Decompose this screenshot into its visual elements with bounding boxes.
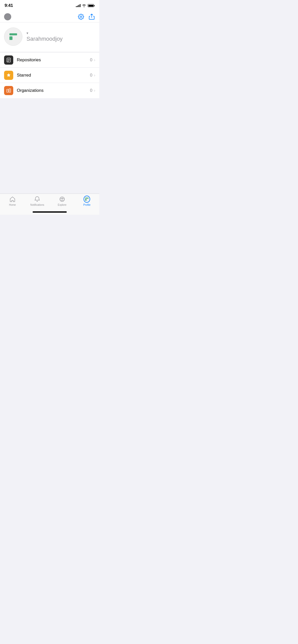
menu-section: Repositories 0 › Starred 0 › bbox=[0, 52, 99, 98]
svg-line-15 bbox=[61, 200, 62, 201]
profile-dropdown-row[interactable]: ▾ bbox=[26, 31, 63, 35]
avatar-logo bbox=[7, 30, 20, 43]
tab-notifications-label: Notifications bbox=[30, 203, 44, 206]
starred-item[interactable]: Starred 0 › bbox=[0, 68, 99, 83]
repositories-chevron: › bbox=[94, 58, 95, 62]
starred-icon bbox=[6, 73, 11, 78]
profile-tab-icon bbox=[84, 196, 90, 202]
tab-profile[interactable]: Profile bbox=[75, 196, 100, 206]
starred-chevron: › bbox=[94, 73, 95, 78]
avatar bbox=[4, 27, 22, 46]
tab-explore-label: Explore bbox=[58, 203, 66, 206]
top-nav bbox=[0, 11, 99, 22]
tab-profile-label: Profile bbox=[83, 203, 90, 206]
explore-icon bbox=[59, 196, 65, 202]
notifications-icon bbox=[34, 196, 40, 202]
svg-rect-1 bbox=[9, 36, 12, 40]
wifi-icon bbox=[82, 4, 86, 7]
organizations-count: 0 bbox=[90, 88, 92, 93]
profile-username: Sarahmoodjoy bbox=[26, 36, 63, 42]
svg-rect-17 bbox=[85, 198, 89, 199]
status-icons bbox=[76, 4, 95, 7]
chevron-down-icon: ▾ bbox=[26, 31, 28, 35]
repositories-label: Repositories bbox=[17, 57, 90, 63]
battery-icon bbox=[88, 4, 95, 7]
settings-button[interactable] bbox=[77, 13, 85, 20]
home-icon bbox=[9, 196, 16, 202]
starred-label: Starred bbox=[17, 73, 90, 78]
tab-notifications[interactable]: Notifications bbox=[25, 196, 50, 206]
home-indicator bbox=[33, 211, 67, 213]
svg-line-16 bbox=[62, 200, 63, 201]
repositories-item[interactable]: Repositories 0 › bbox=[0, 52, 99, 68]
repositories-count: 0 bbox=[90, 57, 92, 63]
profile-info: ▾ Sarahmoodjoy bbox=[26, 31, 63, 42]
organizations-label: Organizations bbox=[17, 88, 90, 93]
repositories-icon bbox=[6, 57, 11, 63]
svg-rect-18 bbox=[85, 199, 87, 201]
back-dot[interactable] bbox=[4, 13, 11, 20]
profile-tab-avatar bbox=[84, 196, 90, 203]
svg-rect-0 bbox=[9, 33, 17, 35]
svg-rect-6 bbox=[7, 89, 8, 92]
nav-right-icons bbox=[77, 13, 95, 20]
repositories-icon-wrap bbox=[4, 55, 13, 65]
tab-home[interactable]: Home bbox=[0, 196, 25, 206]
signal-icon bbox=[76, 4, 80, 7]
starred-count: 0 bbox=[90, 73, 92, 78]
tab-home-label: Home bbox=[9, 203, 16, 206]
starred-icon-wrap bbox=[4, 71, 13, 80]
profile-header: ▾ Sarahmoodjoy bbox=[0, 22, 99, 52]
status-time: 9:41 bbox=[5, 3, 13, 8]
organizations-icon-wrap bbox=[4, 86, 13, 95]
share-button[interactable] bbox=[88, 13, 95, 20]
organizations-item[interactable]: Organizations 0 › bbox=[0, 83, 99, 98]
status-bar: 9:41 bbox=[0, 0, 99, 11]
organizations-icon bbox=[6, 88, 11, 93]
organizations-chevron: › bbox=[94, 88, 95, 93]
tab-explore[interactable]: Explore bbox=[50, 196, 75, 206]
